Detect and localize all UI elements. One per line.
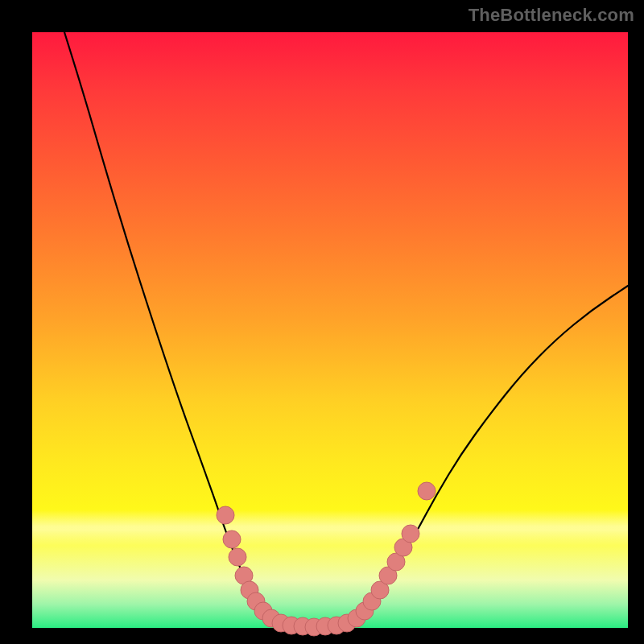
data-dot [217,506,234,524]
watermark-text: TheBottleneck.com [469,5,634,26]
data-dots [217,482,436,636]
data-dot [418,482,436,500]
bottleneck-curve [64,32,628,627]
curve-svg [32,32,628,628]
chart-frame: TheBottleneck.com [0,0,644,644]
data-dot [223,530,241,548]
data-dot [402,525,419,543]
data-dot [229,548,246,566]
plot-area [32,32,628,628]
